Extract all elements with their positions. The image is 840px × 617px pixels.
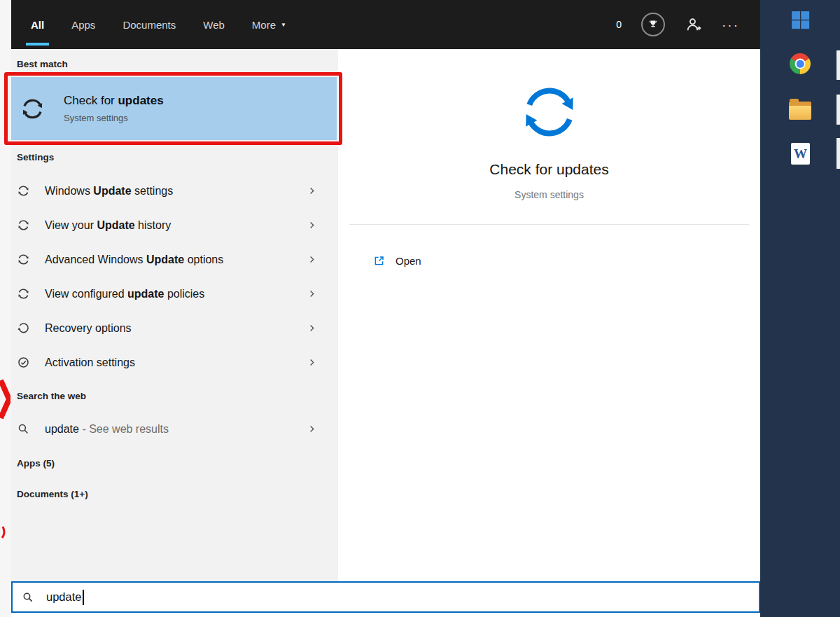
chevron-right-icon xyxy=(307,323,317,333)
topbar-right-actions: 0 ··· xyxy=(616,13,739,36)
result-windows-update-settings[interactable]: Windows Update settings xyxy=(11,174,338,208)
sync-icon xyxy=(17,184,30,197)
result-label: Advanced Windows Update options xyxy=(45,254,223,266)
best-match-subtitle: System settings xyxy=(64,113,164,123)
rewards-badge[interactable] xyxy=(641,13,665,36)
sync-icon-large xyxy=(517,80,582,144)
sync-icon xyxy=(17,253,30,266)
preview-subtitle: System settings xyxy=(338,189,760,200)
sync-icon xyxy=(17,219,30,232)
chevron-right-icon xyxy=(307,357,317,368)
open-label: Open xyxy=(396,255,421,267)
best-match-title: Check for updates xyxy=(64,94,164,108)
preview-panel: Check for updates System settings Open xyxy=(338,49,760,581)
open-action[interactable]: Open xyxy=(338,246,760,275)
chevron-right-icon xyxy=(307,220,317,230)
search-web-header: Search the web xyxy=(17,391,86,401)
tab-more[interactable]: More ▼ xyxy=(252,0,286,49)
result-label: Windows Update settings xyxy=(45,185,173,197)
results-panel: Best match Check for updates System sett… xyxy=(11,49,338,581)
search-icon xyxy=(17,422,30,436)
tab-documents[interactable]: Documents xyxy=(122,0,176,49)
result-view-update-history[interactable]: View your Update history xyxy=(11,208,338,242)
tab-web[interactable]: Web xyxy=(203,0,225,49)
folder-front-shape xyxy=(789,106,811,120)
rewards-count: 0 xyxy=(616,19,622,30)
search-topbar: All Apps Documents Web More ▼ 0 xyxy=(11,0,760,49)
documents-group-header[interactable]: Documents (1+) xyxy=(17,489,88,499)
chevron-right-icon xyxy=(307,289,317,299)
screen: All Apps Documents Web More ▼ 0 xyxy=(0,0,840,617)
activation-check-icon xyxy=(17,356,30,369)
search-icon xyxy=(22,591,34,604)
word-icon[interactable]: W xyxy=(791,143,810,165)
search-input-text: update xyxy=(46,590,84,605)
search-flyout: All Apps Documents Web More ▼ 0 xyxy=(11,0,760,617)
tab-documents-label: Documents xyxy=(122,19,176,31)
tab-apps[interactable]: Apps xyxy=(71,0,95,49)
divider xyxy=(349,224,749,225)
best-match-header: Best match xyxy=(17,59,68,69)
settings-results: Windows Update settings View your Update… xyxy=(11,174,338,380)
search-input-value: update xyxy=(46,590,81,604)
preview-title: Check for updates xyxy=(338,161,760,178)
chevron-right-icon xyxy=(307,254,317,265)
sync-icon xyxy=(17,287,30,300)
result-label: Activation settings xyxy=(45,356,135,369)
result-advanced-update-options[interactable]: Advanced Windows Update options xyxy=(11,242,338,277)
window-edge xyxy=(836,95,840,125)
window-edge xyxy=(836,138,840,169)
tab-more-label: More xyxy=(252,19,276,31)
chevron-right-icon xyxy=(307,186,317,196)
chrome-icon-core xyxy=(797,60,804,68)
word-letter: W xyxy=(794,146,807,162)
chrome-icon[interactable] xyxy=(790,53,811,74)
result-label: View your Update history xyxy=(45,219,171,232)
settings-header: Settings xyxy=(17,152,54,162)
text-cursor xyxy=(83,590,84,605)
search-input[interactable]: update xyxy=(11,581,760,613)
chevron-right-icon xyxy=(307,424,317,434)
tab-all-label: All xyxy=(31,19,44,31)
desktop-background xyxy=(0,0,11,617)
user-icon[interactable] xyxy=(685,16,702,34)
dropdown-caret-icon: ▼ xyxy=(281,22,286,28)
taskbar: W xyxy=(760,0,840,617)
more-options-ellipsis[interactable]: ··· xyxy=(722,18,739,32)
best-match-result[interactable]: Check for updates System settings xyxy=(11,77,337,140)
result-configured-update-policies[interactable]: View configured update policies xyxy=(11,277,338,311)
filter-tabs: All Apps Documents Web More ▼ xyxy=(31,0,286,49)
search-body: Best match Check for updates System sett… xyxy=(11,49,760,581)
sync-icon xyxy=(20,96,46,122)
recovery-icon xyxy=(17,321,30,335)
start-button-windows-icon[interactable] xyxy=(789,8,812,32)
result-label: update - See web results xyxy=(45,423,169,436)
tab-web-label: Web xyxy=(203,19,225,31)
web-search-result[interactable]: update - See web results xyxy=(11,412,338,446)
active-tab-underline xyxy=(26,43,49,46)
trophy-icon xyxy=(647,18,659,31)
open-icon xyxy=(372,254,386,268)
apps-group-header[interactable]: Apps (5) xyxy=(17,458,55,469)
tab-all[interactable]: All xyxy=(31,0,44,49)
result-recovery-options[interactable]: Recovery options xyxy=(11,311,338,345)
result-activation-settings[interactable]: Activation settings xyxy=(11,345,338,380)
result-label: View configured update policies xyxy=(45,288,204,300)
best-match-text: Check for updates System settings xyxy=(64,94,164,123)
result-label: Recovery options xyxy=(45,322,132,335)
window-edge xyxy=(836,50,840,80)
annotation-arrow xyxy=(0,378,10,422)
file-explorer-icon[interactable] xyxy=(789,102,811,119)
annotation-scribble xyxy=(0,525,7,539)
tab-apps-label: Apps xyxy=(71,19,95,31)
